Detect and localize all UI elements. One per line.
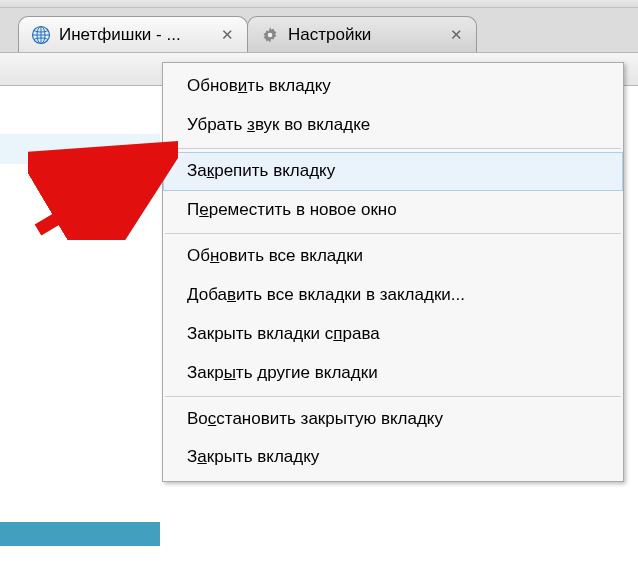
menu-item[interactable]: Убрать звук во вкладке bbox=[163, 106, 623, 145]
tab-inactive[interactable]: Настройки ✕ bbox=[247, 16, 477, 52]
tab-context-menu: Обновить вкладкуУбрать звук во вкладкеЗа… bbox=[162, 62, 624, 482]
menu-separator bbox=[165, 233, 621, 234]
close-icon[interactable]: ✕ bbox=[448, 27, 464, 43]
tab-strip: Инетфишки - ... ✕ Настройки ✕ bbox=[0, 8, 638, 52]
menu-item[interactable]: Добавить все вкладки в закладки... bbox=[163, 276, 623, 315]
tab-active[interactable]: Инетфишки - ... ✕ bbox=[18, 16, 248, 52]
menu-separator bbox=[165, 396, 621, 397]
menu-item[interactable]: Закрепить вкладку bbox=[163, 152, 623, 191]
menu-item[interactable]: Переместить в новое окно bbox=[163, 191, 623, 230]
page-decor bbox=[0, 134, 160, 164]
tab-title: Инетфишки - ... bbox=[59, 25, 211, 45]
globe-icon bbox=[31, 25, 51, 45]
window-frame-top bbox=[0, 0, 638, 8]
tab-title: Настройки bbox=[288, 25, 440, 45]
menu-separator bbox=[165, 148, 621, 149]
menu-item[interactable]: Обновить вкладку bbox=[163, 67, 623, 106]
gear-icon bbox=[260, 25, 280, 45]
menu-item[interactable]: Обновить все вкладки bbox=[163, 237, 623, 276]
menu-item[interactable]: Закрыть другие вкладки bbox=[163, 354, 623, 393]
menu-item[interactable]: Восстановить закрытую вкладку bbox=[163, 400, 623, 439]
page-decor bbox=[0, 522, 160, 546]
menu-item[interactable]: Закрыть вкладку bbox=[163, 438, 623, 477]
svg-point-3 bbox=[268, 32, 273, 37]
close-icon[interactable]: ✕ bbox=[219, 27, 235, 43]
menu-item[interactable]: Закрыть вкладки справа bbox=[163, 315, 623, 354]
